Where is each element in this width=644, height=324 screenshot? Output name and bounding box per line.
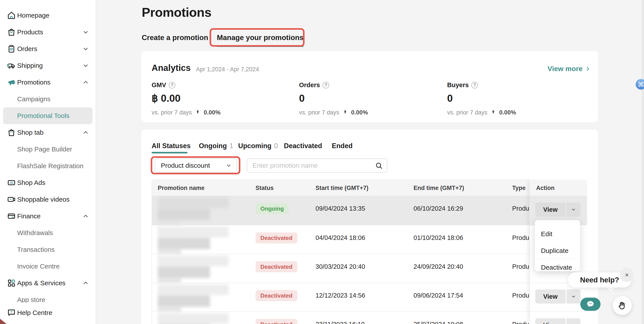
status-tab-label: Ended [332,142,353,150]
svg-text:?: ? [10,310,12,314]
view-button[interactable]: View [535,289,566,303]
status-badge: Deactivated [256,290,297,301]
status-tab-label: Upcoming [238,142,272,150]
metric-buyers: Buyers? 0 vs. prior 7 days0.00% [447,81,579,116]
view-dropdown-toggle[interactable] [566,203,580,217]
type-cell: Product [512,205,529,212]
status-tab-count: 1 [230,142,233,150]
menu-item-edit[interactable]: Edit [541,230,552,238]
view-more-link[interactable]: View more [548,65,591,73]
sidebar-item-campaigns[interactable]: Campaigns [0,91,96,107]
chevron-right-icon [585,66,591,72]
sidebar-item-products[interactable]: Products [0,24,96,41]
start-time-cell: 23/11/2023 16:10 [316,321,365,324]
start-time-cell: 04/04/2024 18:06 [316,234,365,241]
col-start-time: Start time (GMT+7) [316,185,368,192]
sidebar-item-transactions[interactable]: Transactions [0,241,96,258]
promotion-type-select[interactable]: Product discount [155,158,237,173]
hand-cursor-widget[interactable] [613,296,632,315]
page-scrollbar[interactable] [642,0,644,324]
view-button[interactable]: View [535,203,566,217]
status-tab-ended[interactable]: Ended [332,142,353,150]
promotion-search-box [247,158,387,173]
help-circle-icon[interactable]: ? [471,82,478,88]
row-divider [152,254,530,254]
sidebar-item-apps-services[interactable]: Apps & Services [0,275,96,291]
close-icon[interactable]: × [620,268,634,282]
apps-services-icon [6,278,16,288]
chat-bubble-icon [586,299,595,309]
action-cell: View [530,311,587,324]
end-time-cell: 09/06/2024 17:54 [414,292,463,299]
sidebar-item-label: Finance [17,212,41,220]
sidebar: Homepage Products Orders Shipping Promot… [0,0,96,324]
metric-label: Orders [299,81,320,89]
type-cell: Product [512,321,529,324]
type-cell: Product [512,263,529,270]
analytics-date-range: Apr 1,2024 - Apr 7,2024 [196,66,259,73]
chevron-down-icon [226,162,232,169]
chevron-up-icon [82,212,90,220]
sidebar-nav: Homepage Products Orders Shipping Promot… [0,7,96,308]
sidebar-item-shoppable-videos[interactable]: Shoppable videos [0,191,96,208]
status-tab-label: Ongoing [199,142,227,150]
sidebar-item-finance[interactable]: Finance [0,208,96,225]
view-dropdown-toggle[interactable] [566,289,580,303]
sidebar-item-label: Promotional Tools [17,112,70,119]
view-button[interactable]: View [535,318,566,324]
table-row[interactable]: Deactivated 23/11/2023 16:10 25/07/2024 … [152,312,530,324]
arrow-up-icon [490,109,496,116]
status-tab-deactivated[interactable]: Deactivated [284,142,322,150]
sidebar-item-flashsale-registration[interactable]: FlashSale Registration [0,157,96,174]
promotion-name-blurred [154,283,228,312]
sidebar-item-shop-tab[interactable]: Shop tab [0,124,96,141]
table-row[interactable]: Deactivated 04/04/2024 18:06 01/10/2024 … [152,225,530,254]
menu-item-duplicate[interactable]: Duplicate [541,247,568,254]
help-centre-icon: ? [6,308,16,317]
tab-create-promotion[interactable]: Create a promotion [142,34,208,42]
sidebar-item-orders[interactable]: Orders [0,41,96,57]
chat-button[interactable] [580,298,600,311]
menu-item-deactivate[interactable]: Deactivate [541,264,572,271]
sidebar-item-label: Promotions [17,79,50,86]
active-status-tab-underline [152,152,188,153]
view-more-label: View more [548,65,582,73]
search-icon[interactable] [375,162,383,170]
status-tab-label: All Statuses [152,142,190,150]
chevron-down-icon [82,28,90,36]
sidebar-item-withdrawals[interactable]: Withdrawals [0,225,96,241]
metric-change: 0.00% [351,109,368,116]
view-dropdown-toggle[interactable] [566,318,580,324]
tab-manage-promotions[interactable]: Manage your promotions [217,34,304,47]
help-circle-icon[interactable]: ? [169,82,175,88]
chevron-down-icon [82,62,90,69]
status-badge: Deactivated [256,261,297,272]
search-input[interactable] [252,159,371,172]
chevron-up-icon [82,79,90,86]
sidebar-item-label: App store [17,296,45,303]
promotion-name-blurred [154,225,228,254]
table-row[interactable]: Deactivated 12/12/2023 14:56 09/06/2024 … [152,283,530,312]
sidebar-item-promotional-tools[interactable]: Promotional Tools [3,107,92,124]
sidebar-item-shop-ads[interactable]: AD Shop Ads [0,174,96,191]
sidebar-item-promotions[interactable]: Promotions [0,74,96,91]
sidebar-item-homepage[interactable]: Homepage [0,7,96,24]
status-tab-all[interactable]: All Statuses [152,142,190,150]
table-row[interactable]: Deactivated 30/03/2024 20:40 24/09/2024 … [152,254,530,283]
status-badge: Ongoing [256,203,289,214]
sidebar-item-help-centre[interactable]: ? Help Centre [0,303,96,324]
status-tab-ongoing[interactable]: Ongoing1 [199,142,233,150]
col-type: Type [512,185,526,192]
sidebar-item-shop-page-builder[interactable]: Shop Page Builder [0,141,96,157]
table-row[interactable]: Ongoing 09/04/2024 13:35 06/10/2024 16:2… [152,196,530,225]
help-circle-icon[interactable]: ? [322,82,329,88]
promotion-name-blurred [154,312,228,324]
orders-icon [6,44,16,54]
table-header: Promotion name Status Start time (GMT+7)… [152,180,587,196]
sidebar-item-shipping[interactable]: Shipping [0,57,96,74]
command-shortcut-icon[interactable]: ⌘ [636,79,644,90]
sidebar-item-invoice-centre[interactable]: Invoice Centre [0,258,96,275]
corner-cursor-artifact [0,319,6,324]
seller-center-app: Homepage Products Orders Shipping Promot… [0,0,644,324]
status-tab-upcoming[interactable]: Upcoming0 [238,142,278,150]
